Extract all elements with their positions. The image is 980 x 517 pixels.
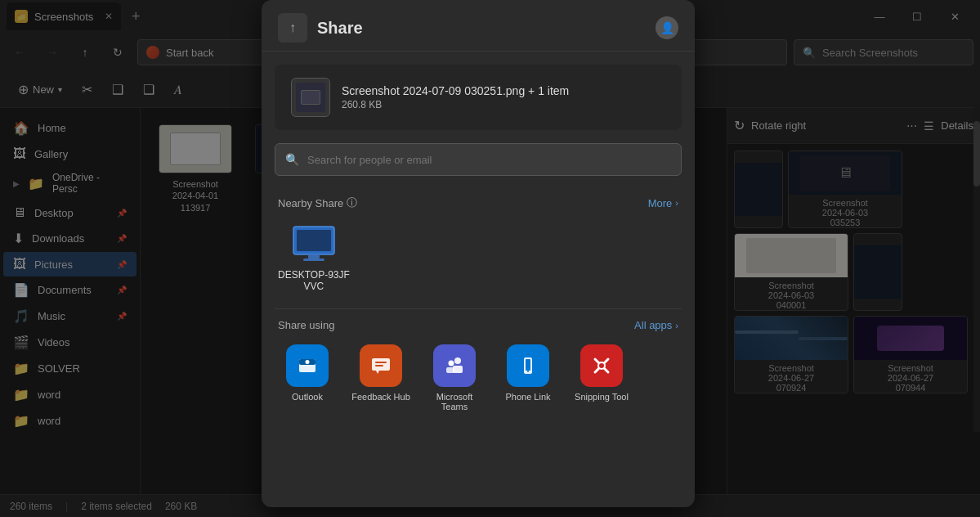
phonelink-app-icon (507, 344, 549, 387)
outlook-app-label: Outlook (292, 392, 323, 402)
share-app-teams[interactable]: Microsoft Teams (422, 344, 487, 411)
nearby-devices: DESKTOP-93JF VVC (262, 217, 695, 305)
share-using-title: Share using (278, 319, 334, 331)
outlook-app-icon (286, 344, 329, 387)
share-apps-list: Outlook Feedback Hub Microsoft Teams Pho… (262, 338, 695, 425)
share-app-feedback[interactable]: Feedback Hub (348, 344, 414, 411)
share-dialog: ↑ Share 👤 Screenshot 2024-07-09 030251.p… (262, 0, 695, 507)
svg-rect-3 (303, 258, 324, 261)
svg-point-16 (449, 361, 454, 366)
share-file-name: Screenshot 2024-07-09 030251.png + 1 ite… (342, 84, 569, 97)
share-file-details: Screenshot 2024-07-09 030251.png + 1 ite… (342, 84, 569, 110)
share-file-size: 260.8 KB (342, 99, 569, 110)
teams-app-label: Microsoft Teams (436, 392, 473, 411)
svg-rect-9 (372, 358, 390, 371)
feedback-app-icon (360, 344, 402, 387)
svg-rect-17 (446, 367, 454, 373)
snipping-app-label: Snipping Tool (575, 392, 629, 402)
all-apps-arrow-icon: › (675, 321, 678, 330)
share-using-header: Share using All apps › (262, 312, 695, 338)
svg-rect-20 (526, 359, 530, 371)
snipping-app-icon (580, 344, 623, 387)
account-glyph: 👤 (660, 21, 674, 34)
teams-app-icon (433, 344, 476, 387)
device-name: DESKTOP-93JF VVC (278, 269, 350, 292)
svg-point-21 (527, 371, 529, 372)
svg-rect-11 (375, 362, 387, 363)
share-file-info: Screenshot 2024-07-09 030251.png + 1 ite… (275, 65, 682, 130)
nearby-more-button[interactable]: More › (648, 197, 678, 209)
share-dialog-icon: ↑ (278, 13, 307, 43)
share-file-thumbnail (291, 78, 330, 117)
svg-point-7 (306, 360, 310, 364)
phonelink-app-label: Phone Link (505, 392, 550, 402)
svg-rect-12 (375, 365, 383, 366)
svg-point-25 (598, 362, 605, 369)
svg-rect-2 (308, 254, 320, 258)
share-divider (275, 308, 682, 309)
svg-point-14 (454, 357, 461, 364)
feedback-app-label: Feedback Hub (351, 392, 410, 402)
share-title-bar: ↑ Share 👤 (262, 0, 695, 52)
more-label: More (648, 197, 673, 209)
share-device-desktop[interactable]: DESKTOP-93JF VVC (278, 223, 350, 292)
all-apps-button[interactable]: All apps › (634, 319, 678, 331)
all-apps-label: All apps (634, 319, 672, 331)
nearby-share-title: Nearby Share (278, 197, 343, 209)
share-app-outlook[interactable]: Outlook (275, 344, 340, 411)
nearby-share-header: Nearby Share ⓘ More › (262, 189, 695, 217)
more-arrow-icon: › (675, 198, 678, 208)
share-app-snipping[interactable]: Snipping Tool (569, 344, 634, 411)
share-overlay: ↑ Share 👤 Screenshot 2024-07-09 030251.p… (0, 0, 980, 517)
svg-rect-1 (297, 230, 331, 251)
device-monitor-icon (289, 223, 338, 264)
share-icon-glyph: ↑ (289, 20, 296, 35)
share-account-icon[interactable]: 👤 (656, 16, 678, 39)
share-search-bar[interactable]: 🔍 (275, 143, 682, 176)
share-dialog-title: Share (317, 19, 363, 38)
share-app-phonelink[interactable]: Phone Link (495, 344, 561, 411)
share-search-input[interactable] (307, 154, 671, 166)
nearby-info-icon: ⓘ (347, 196, 357, 210)
share-search-icon: 🔍 (285, 153, 299, 166)
